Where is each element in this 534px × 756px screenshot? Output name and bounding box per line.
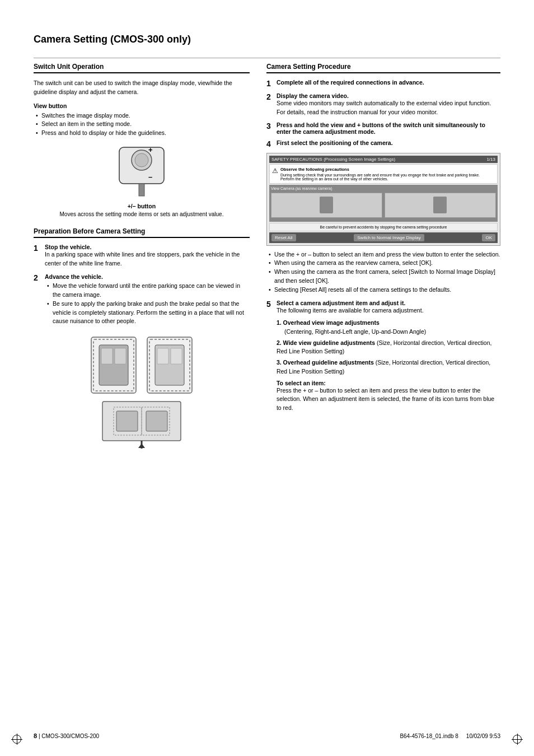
step-num: 4 [266,139,273,148]
page-title: Camera Setting (CMOS-300 only) [34,34,500,49]
step-title: Advance the vehicle. [45,273,103,280]
step-desc: Some video monitors may switch automatic… [277,99,500,117]
footer-left: 8 | CMOS-300/CMOS-200 [34,732,99,739]
item-num: 1. [277,319,283,326]
page: Camera Setting (CMOS-300 only) Switch Un… [0,0,534,756]
svg-rect-15 [171,348,182,364]
step-num: 2 [266,92,273,117]
step-number: 2 [34,273,41,326]
page-number: 8 [34,732,37,739]
preparation-section: Preparation Before Camera Setting 1 Stop… [34,227,250,455]
switch-unit-intro: The switch unit can be used to switch th… [34,79,250,97]
preparation-title: Preparation Before Camera Setting [34,227,250,238]
screen-header: SAFETY PRECAUTIONS (Processing Screen Im… [269,156,498,163]
main-columns: Switch Unit Operation The switch unit ca… [34,63,500,460]
camera-step-4: 4 First select the positioning of the ca… [266,139,500,148]
screen-instructions: Use the + or – button to select an item … [266,250,500,295]
list-item: Select an item in the setting mode. [36,120,250,129]
warning-bullet-2: Perform the setting in an area out of th… [280,177,480,181]
list-item: Use the + or – button to select an item … [269,250,500,259]
screen-header-text: SAFETY PRECAUTIONS (Processing Screen Im… [271,157,395,162]
switch-unit-title: Switch Unit Operation [34,63,250,73]
svg-point-2 [135,153,148,167]
list-item: Selecting [Reset All] resets all of the … [269,286,500,295]
step-title: Complete all of the required connections… [277,79,424,86]
right-column: Camera Setting Procedure 1 Complete all … [266,63,500,460]
title-separator [34,58,500,58]
step-title: Press and hold the view and + buttons of… [277,122,485,135]
svg-rect-19 [116,411,138,431]
step-title: Select a camera adjustment item and adju… [277,300,406,306]
screen-warning: ⚠ Observe the following precautions Duri… [269,164,498,184]
footer-model: CMOS-300/CMOS-200 [41,733,99,739]
svg-rect-9 [101,348,113,364]
svg-text:–: – [148,172,152,181]
svg-rect-14 [157,348,168,364]
step-title: Display the camera video. [277,92,349,99]
parking-diagram [34,332,250,455]
svg-rect-20 [146,411,167,431]
switch-normal-button[interactable]: Switch to Normal Image Display [354,234,424,241]
footer-separator: | [39,733,40,739]
step-bullets: Move the vehicle forward until the entir… [45,282,250,326]
camera-step-5: 5 Select a camera adjustment item and ad… [266,300,500,413]
prep-step-2: 2 Advance the vehicle. Move the vehicle … [34,273,250,326]
camera-screen-mockup: SAFETY PRECAUTIONS (Processing Screen Im… [266,153,500,246]
list-item: When using the camera as the front camer… [269,268,500,286]
list-item: Be sure to apply the parking brake and p… [47,300,250,326]
item-num: 3. [277,359,283,366]
svg-rect-5 [139,184,144,196]
camera-views [271,193,496,218]
list-item: Press and hold to display or hide the gu… [36,129,250,138]
step-num: 5 [266,300,273,413]
item-title: Wide view guideline adjustments [283,339,377,346]
step-desc: The following items are available for ca… [277,306,500,315]
switch-svg: + – [108,144,175,200]
view-label: View Camera (as rearview camera) [271,186,496,190]
step-title: First select the positioning of the came… [277,139,393,146]
item-detail: (Centering, Right-and-Left angle, Up-and… [284,328,426,335]
camera-inner-right [433,197,447,213]
svg-text:+: + [148,146,153,154]
warning-icon: ⚠ [272,167,278,181]
reg-mark-bottom-right [512,734,523,745]
screen-view-area: View Camera (as rearview camera) [269,185,498,222]
item-num: 2. [277,339,283,346]
ok-button[interactable]: OK [482,234,495,241]
file-info: B64-4576-18_01.indb 8 [400,733,458,739]
list-item: Move the vehicle forward until the entir… [47,282,250,300]
reset-all-button[interactable]: Reset All [271,234,296,241]
step-num: 1 [266,79,273,88]
step-desc: In a parking space with white lines and … [45,250,250,268]
svg-rect-10 [115,348,126,364]
camera-setting-title: Camera Setting Procedure [266,63,500,73]
to-select-section: To select an item: Press the + or – butt… [277,380,500,413]
warning-text: Observe the following precautions [280,167,349,172]
screen-buttons: Reset All Switch to Normal Image Display… [269,232,498,243]
date-info: 10/02/09 9:53 [466,733,500,739]
step-number: 1 [34,244,41,268]
screen-bottom-text: Be careful to prevent accidents by stopp… [269,223,498,231]
warning-bullet-1: During setting check that your surroundi… [280,173,480,177]
item-title: Overhead view image adjustments [283,319,380,326]
camera-view-left [271,193,382,218]
adj-item-3: 3. Overhead guideline adjustments (Size,… [277,358,500,376]
step-num: 3 [266,122,273,135]
page-indicator: 1/13 [486,157,495,162]
item-title: Overhead guideline adjustments [283,359,376,366]
reg-mark-bottom-left [11,734,22,745]
switch-diagram: + – +/– button Moves across the setting … [34,144,250,218]
adjustment-items: 1. Overhead view image adjustments (Cent… [277,319,500,376]
view-button-heading: View button [34,102,250,109]
footer-right: B64-4576-18_01.indb 8 10/02/09 9:53 [400,733,500,739]
to-select-heading: To select an item: [277,380,326,386]
list-item: Switches the image display mode. [36,111,250,120]
list-item: When using the camera as the rearview ca… [269,259,500,268]
svg-rect-22 [140,441,142,449]
button-label: +/– button [128,203,156,209]
button-desc: Moves across the setting mode items or s… [60,211,224,218]
camera-inner-left [320,197,333,213]
prep-step-1: 1 Stop the vehicle. In a parking space w… [34,244,250,268]
page-footer: 8 | CMOS-300/CMOS-200 B64-4576-18_01.ind… [34,732,500,739]
left-column: Switch Unit Operation The switch unit ca… [34,63,250,460]
